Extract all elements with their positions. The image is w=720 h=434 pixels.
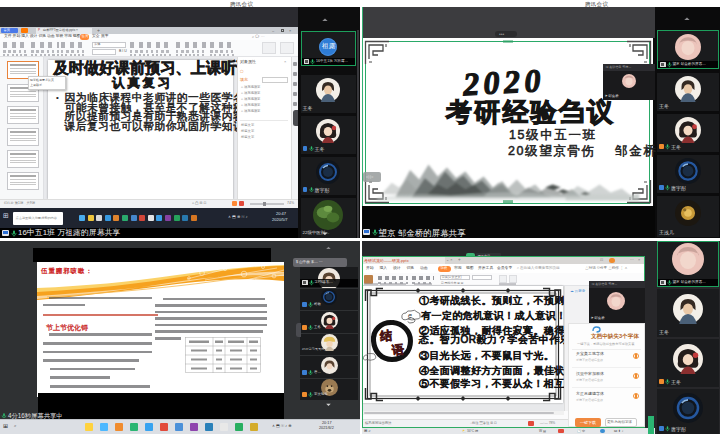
svg-text:e: e — [408, 312, 412, 319]
